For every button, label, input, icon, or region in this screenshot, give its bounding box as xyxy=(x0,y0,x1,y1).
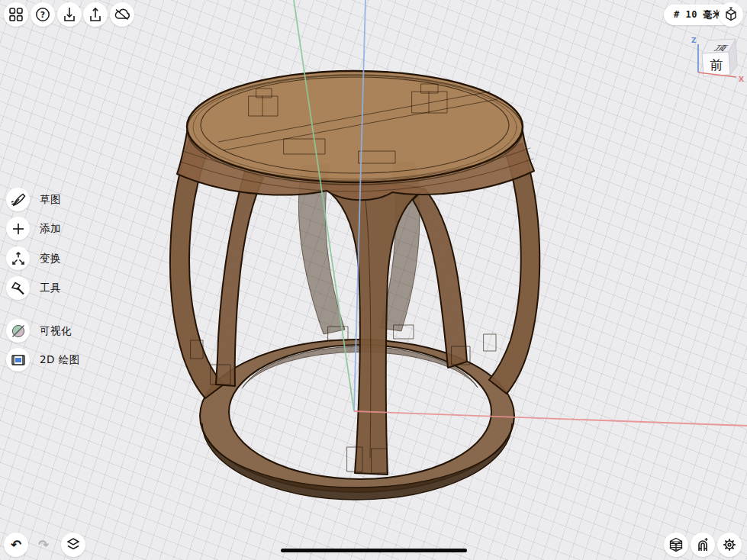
settings-gear-icon xyxy=(720,536,739,554)
sidebar-item-sketch[interactable]: 草图 xyxy=(6,188,61,211)
export-icon xyxy=(86,5,105,24)
sidebar-item-2d-drawing[interactable]: 2D 绘图 xyxy=(6,348,80,372)
export-button[interactable] xyxy=(83,2,108,27)
view-cube-z-label: Z xyxy=(691,37,697,44)
orientation-button[interactable] xyxy=(719,2,743,27)
tools-hammer-icon xyxy=(10,280,27,297)
sidebar-item-label: 添加 xyxy=(40,222,61,236)
shaded-view-button[interactable] xyxy=(664,533,688,557)
sidebar-item-label: 工具 xyxy=(40,282,61,295)
view-cube-front-label: 前 xyxy=(710,57,723,72)
layers-icon xyxy=(64,536,82,554)
redo-button[interactable]: ↷ xyxy=(31,533,56,557)
snap-magnet-button[interactable] xyxy=(691,533,715,557)
import-button[interactable] xyxy=(57,2,82,27)
apps-grid-icon xyxy=(7,5,25,24)
cloud-offline-icon xyxy=(113,5,131,24)
viewport-canvas[interactable] xyxy=(0,0,747,560)
shaded-view-icon xyxy=(667,536,685,554)
home-indicator[interactable] xyxy=(281,549,467,552)
apps-grid-button[interactable] xyxy=(4,2,28,27)
sidebar-item-label: 变换 xyxy=(40,252,61,266)
undo-icon: ↶ xyxy=(11,539,21,552)
x-axis-line xyxy=(354,411,747,426)
sidebar-item-transform[interactable]: 变换 xyxy=(6,246,61,270)
layers-button[interactable] xyxy=(61,533,85,557)
undo-button[interactable]: ↶ xyxy=(4,533,28,557)
transform-arrows-icon xyxy=(10,250,27,267)
grid-size-label: # 10 毫米 xyxy=(674,8,723,21)
help-icon: ? xyxy=(34,5,52,24)
svg-text:?: ? xyxy=(40,10,45,20)
sketch-pen-icon xyxy=(10,191,27,208)
view-cube-x-label: X xyxy=(739,76,744,83)
stool-foot-ring xyxy=(200,340,514,500)
snap-magnet-icon xyxy=(694,536,712,554)
sidebar-item-label: 2D 绘图 xyxy=(40,353,80,367)
drawing-2d-icon xyxy=(10,352,27,369)
import-icon xyxy=(60,5,79,24)
cloud-offline-button[interactable] xyxy=(110,2,134,27)
sidebar-item-add[interactable]: 添加 xyxy=(6,217,61,240)
sidebar-item-visualization[interactable]: 可视化 xyxy=(6,319,72,343)
visualization-sphere-icon xyxy=(10,323,27,340)
view-cube[interactable]: 顶 前 Z X xyxy=(683,32,745,87)
sidebar-item-label: 可视化 xyxy=(40,324,72,338)
help-button[interactable]: ? xyxy=(31,2,55,27)
sidebar-item-tools[interactable]: 工具 xyxy=(6,276,61,300)
plus-icon xyxy=(10,220,27,237)
redo-icon: ↷ xyxy=(38,539,49,552)
axon-cube-icon xyxy=(722,5,740,24)
drum-stool-model[interactable] xyxy=(170,71,539,500)
app-window: ? # 10 毫米 顶 前 Z X xyxy=(0,0,747,560)
settings-button[interactable] xyxy=(717,533,742,557)
sidebar-item-label: 草图 xyxy=(40,193,61,207)
